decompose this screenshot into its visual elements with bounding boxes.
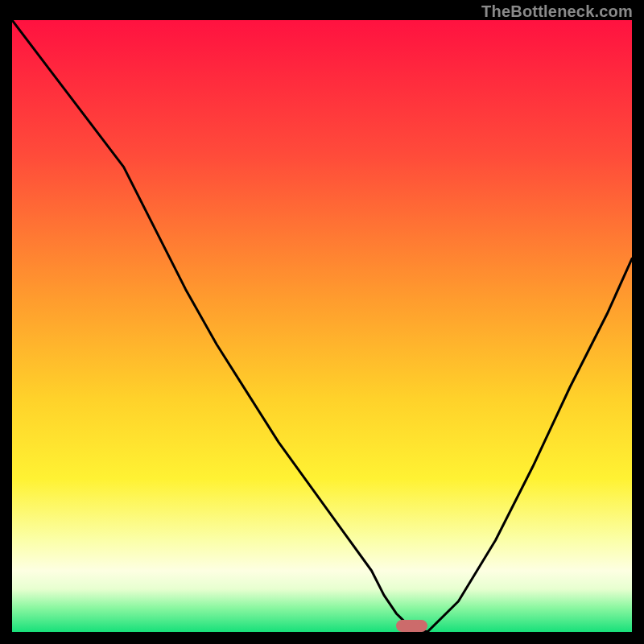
- optimal-marker: [396, 620, 427, 632]
- plot-area: [12, 20, 632, 632]
- watermark-text: TheBottleneck.com: [481, 2, 633, 21]
- chart-frame: TheBottleneck.com: [0, 0, 644, 644]
- bottleneck-curve: [12, 20, 632, 632]
